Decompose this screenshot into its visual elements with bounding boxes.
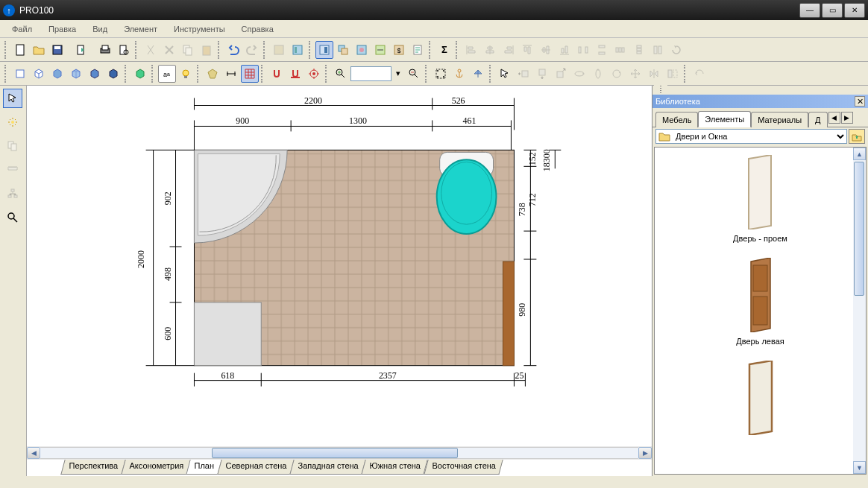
move-left-icon[interactable] bbox=[515, 65, 532, 83]
library-item-door-3[interactable] bbox=[742, 361, 779, 440]
light-tool[interactable] bbox=[3, 113, 22, 132]
toggle-library-button[interactable] bbox=[315, 41, 333, 59]
mirror-icon[interactable] bbox=[645, 65, 663, 83]
zoom-dropdown[interactable]: ▾ bbox=[392, 65, 404, 83]
group-align-button[interactable] bbox=[649, 41, 667, 59]
menu-help[interactable]: Справка bbox=[234, 22, 281, 36]
delete-button[interactable] bbox=[160, 41, 178, 59]
snap-grid-button[interactable] bbox=[286, 65, 304, 83]
library-path-select[interactable]: Двери и Окна bbox=[655, 129, 847, 144]
arrow-cursor-icon[interactable] bbox=[496, 65, 514, 83]
zoom-input[interactable] bbox=[350, 66, 391, 81]
menu-view[interactable]: Вид bbox=[85, 22, 115, 36]
paste-button[interactable] bbox=[198, 41, 216, 59]
maximize-button[interactable]: ▭ bbox=[822, 3, 843, 18]
tab-perspective[interactable]: Перспектива bbox=[60, 460, 125, 475]
box-front-icon[interactable] bbox=[11, 65, 29, 83]
tab-axonometry[interactable]: Аксонометрия bbox=[121, 460, 191, 475]
menu-edit[interactable]: Правка bbox=[41, 22, 84, 36]
lib-tab-extra[interactable]: Д bbox=[808, 112, 827, 127]
copy-button[interactable] bbox=[179, 41, 197, 59]
align-right-button[interactable] bbox=[500, 41, 518, 59]
space-v-button[interactable] bbox=[630, 41, 648, 59]
library-item-door-left[interactable]: Дверь левая bbox=[736, 258, 784, 346]
extra-action-icon[interactable] bbox=[691, 65, 708, 83]
close-button[interactable]: ✕ bbox=[844, 3, 865, 18]
redo-button[interactable] bbox=[243, 41, 261, 59]
rotate-button[interactable] bbox=[667, 41, 685, 59]
zoom-in-button[interactable] bbox=[332, 65, 350, 83]
new-button[interactable] bbox=[11, 41, 29, 59]
move-down-icon[interactable] bbox=[533, 65, 551, 83]
box-shaded-icon[interactable] bbox=[86, 65, 104, 83]
print-preview-button[interactable] bbox=[115, 41, 133, 59]
zoom-out-button[interactable] bbox=[405, 65, 423, 83]
library-item-door-frame[interactable]: Дверь - проем bbox=[733, 155, 787, 243]
scroll-thumb[interactable] bbox=[212, 448, 458, 458]
move-free-icon[interactable] bbox=[626, 65, 644, 83]
snap-object-button[interactable] bbox=[305, 65, 323, 83]
import-button[interactable] bbox=[72, 41, 90, 59]
scroll-down-arrow[interactable]: ▼ bbox=[853, 461, 866, 474]
view-dimensions-button[interactable] bbox=[371, 41, 389, 59]
move-in-icon[interactable] bbox=[552, 65, 570, 83]
box-iso-icon[interactable] bbox=[30, 65, 48, 83]
save-button[interactable] bbox=[48, 41, 66, 59]
tab-north-wall[interactable]: Северная стена bbox=[217, 460, 294, 475]
undo-button[interactable] bbox=[224, 41, 242, 59]
structure-button[interactable] bbox=[289, 41, 306, 59]
cut-button[interactable] bbox=[142, 41, 160, 59]
align-middle-button[interactable] bbox=[537, 41, 555, 59]
library-scroll-thumb[interactable] bbox=[854, 162, 864, 296]
rotate-z-icon[interactable] bbox=[608, 65, 626, 83]
distribute-v-button[interactable] bbox=[593, 41, 611, 59]
box-render-icon[interactable] bbox=[104, 65, 122, 83]
sum-button[interactable]: Σ bbox=[435, 41, 453, 59]
scroll-left-arrow[interactable]: ◀ bbox=[27, 447, 40, 459]
align-bottom-button[interactable] bbox=[556, 41, 573, 59]
tag-button[interactable] bbox=[204, 65, 221, 83]
view-layers-button[interactable] bbox=[334, 41, 352, 59]
grid-button[interactable] bbox=[241, 65, 259, 83]
view-materials-button[interactable] bbox=[353, 41, 371, 59]
library-close-button[interactable]: ✕ bbox=[855, 96, 865, 107]
scroll-right-arrow[interactable]: ▶ bbox=[638, 447, 652, 459]
properties-button[interactable] bbox=[270, 41, 288, 59]
view-price-button[interactable]: $ bbox=[390, 41, 408, 59]
folder-up-button[interactable] bbox=[849, 129, 865, 144]
print-button[interactable] bbox=[96, 41, 114, 59]
tab-west-wall[interactable]: Западная стена bbox=[289, 460, 366, 475]
lib-tab-materials[interactable]: Материалы bbox=[751, 112, 808, 127]
text-label-button[interactable]: aa bbox=[158, 65, 176, 83]
snap-button[interactable] bbox=[268, 65, 286, 83]
rotate-x-icon[interactable] bbox=[570, 65, 588, 83]
tab-scroll-right[interactable]: ▶ bbox=[841, 112, 853, 124]
library-scrollbar[interactable]: ▲ ▼ bbox=[853, 148, 866, 474]
open-button[interactable] bbox=[30, 41, 48, 59]
align-center-h-button[interactable] bbox=[481, 41, 499, 59]
align-top-button[interactable] bbox=[518, 41, 536, 59]
view-reports-button[interactable] bbox=[409, 41, 427, 59]
minimize-button[interactable]: — bbox=[799, 3, 820, 18]
menu-file[interactable]: Файл bbox=[4, 22, 40, 36]
tab-south-wall[interactable]: Южная стена bbox=[361, 460, 428, 475]
select-all-icon[interactable] bbox=[432, 65, 450, 83]
search-tool[interactable] bbox=[3, 208, 22, 227]
menu-element[interactable]: Элемент bbox=[116, 22, 165, 36]
lib-tab-furniture[interactable]: Мебель bbox=[655, 112, 698, 127]
tab-east-wall[interactable]: Восточная стена bbox=[424, 460, 503, 475]
distribute-h-button[interactable] bbox=[574, 41, 592, 59]
rotate-y-icon[interactable] bbox=[589, 65, 607, 83]
camera-walk-icon[interactable] bbox=[469, 65, 487, 83]
flip-icon[interactable] bbox=[664, 65, 682, 83]
ruler-tool[interactable] bbox=[3, 160, 22, 180]
pointer-tool[interactable] bbox=[3, 89, 22, 108]
horizontal-scrollbar[interactable]: ◀ ▶ bbox=[27, 446, 652, 460]
dimension-button[interactable] bbox=[222, 65, 240, 83]
tab-scroll-left[interactable]: ◀ bbox=[828, 112, 840, 124]
light-button[interactable] bbox=[177, 65, 195, 83]
lib-tab-elements[interactable]: Элементы bbox=[698, 111, 751, 127]
render-scene-icon[interactable] bbox=[131, 65, 149, 83]
scroll-up-arrow[interactable]: ▲ bbox=[853, 148, 866, 160]
menu-tools[interactable]: Инструменты bbox=[166, 22, 233, 36]
